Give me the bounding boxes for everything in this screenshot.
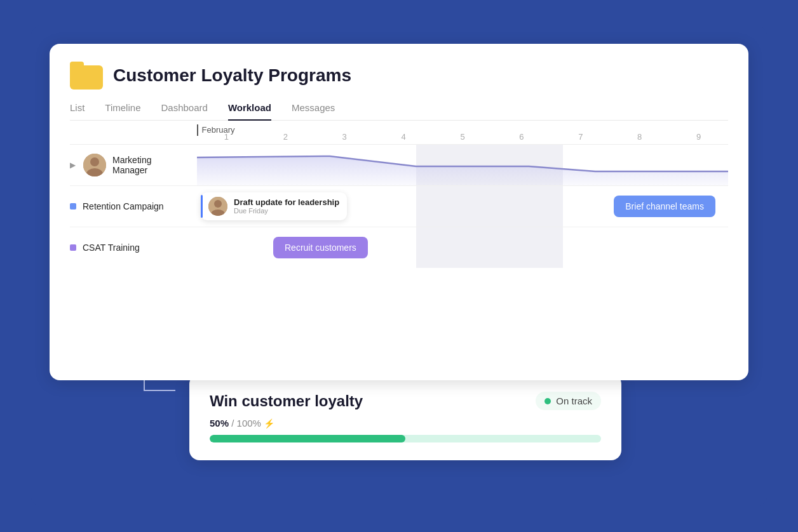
tab-bar: List Timeline Dashboard Workload Message… (70, 102, 728, 121)
brief-channel-teams-button[interactable]: Brief channel teams (614, 196, 715, 217)
loyalty-title: Win customer loyalty (210, 392, 363, 410)
task-card-draft[interactable]: Draft update for leadership Due Friday (201, 192, 347, 220)
avatar-task (208, 197, 227, 216)
outer-container: Customer Loyalty Programs List Timeline … (30, 25, 768, 507)
table-row-retention: Retention Campaign (70, 186, 728, 227)
task-title: Draft update for leadership (234, 197, 339, 207)
workload-panel: Customer Loyalty Programs List Timeline … (50, 44, 748, 380)
task-due: Due Friday (234, 207, 339, 215)
task-color-bar (201, 195, 203, 218)
progress-bar-fill (210, 435, 405, 442)
progress-total: 100% (237, 418, 261, 429)
date-8: 8 (610, 132, 669, 142)
workload-chart (197, 145, 728, 185)
csat-content-area: Recruit customers (197, 227, 728, 268)
progress-bar-track (210, 435, 601, 442)
tab-workload[interactable]: Workload (228, 102, 271, 121)
progress-label: 50% / 100% ⚡ (210, 418, 601, 429)
row-label-retention: Retention Campaign (70, 201, 197, 211)
bottom-card-header: Win customer loyalty On track (210, 392, 601, 410)
progress-current: 50% (210, 418, 229, 429)
panel-header: Customer Loyalty Programs (70, 62, 728, 90)
timeline-rows: ▶ Marketing Manager (70, 145, 728, 268)
bottom-card: Win customer loyalty On track 50% / 100%… (189, 374, 621, 460)
avatar-manager (83, 154, 106, 176)
csat-label: CSAT Training (83, 243, 140, 253)
row-label-manager: ▶ Marketing Manager (70, 154, 197, 176)
date-9: 9 (669, 132, 728, 142)
retention-content-area: Draft update for leadership Due Friday B… (197, 186, 728, 227)
date-6: 6 (492, 132, 551, 142)
lightning-icon: ⚡ (264, 418, 274, 429)
table-row-csat: CSAT Training Recruit customers (70, 227, 728, 268)
svg-point-4 (214, 200, 222, 208)
task-info-draft: Draft update for leadership Due Friday (234, 197, 339, 215)
chevron-right-icon: ▶ (70, 161, 76, 170)
manager-chart-area (197, 145, 728, 185)
manager-name: Marketing Manager (112, 155, 187, 175)
row-label-csat: CSAT Training (70, 243, 197, 253)
table-row-manager: ▶ Marketing Manager (70, 145, 728, 186)
status-badge: On track (536, 392, 601, 410)
status-dot (544, 398, 551, 404)
recruit-customers-button[interactable]: Recruit customers (273, 237, 368, 258)
project-dot-retention (70, 203, 76, 209)
folder-icon (70, 62, 103, 90)
svg-point-1 (90, 157, 99, 166)
retention-label: Retention Campaign (83, 201, 164, 211)
tab-timeline[interactable]: Timeline (105, 102, 140, 121)
date-4: 4 (374, 132, 433, 142)
project-dot-csat (70, 244, 76, 251)
progress-separator: / (231, 418, 236, 429)
page-title: Customer Loyalty Programs (113, 65, 351, 86)
connector-horizontal (144, 390, 175, 391)
date-3: 3 (315, 132, 374, 142)
tab-messages[interactable]: Messages (292, 102, 335, 121)
status-text: On track (556, 396, 592, 406)
date-1: 1 (197, 132, 256, 142)
tab-list[interactable]: List (70, 102, 85, 121)
date-7: 7 (551, 132, 610, 142)
date-2: 2 (256, 132, 315, 142)
date-5: 5 (433, 132, 492, 142)
tab-dashboard[interactable]: Dashboard (161, 102, 207, 121)
timeline-area: February 1 2 3 4 5 6 7 8 9 (70, 121, 728, 268)
